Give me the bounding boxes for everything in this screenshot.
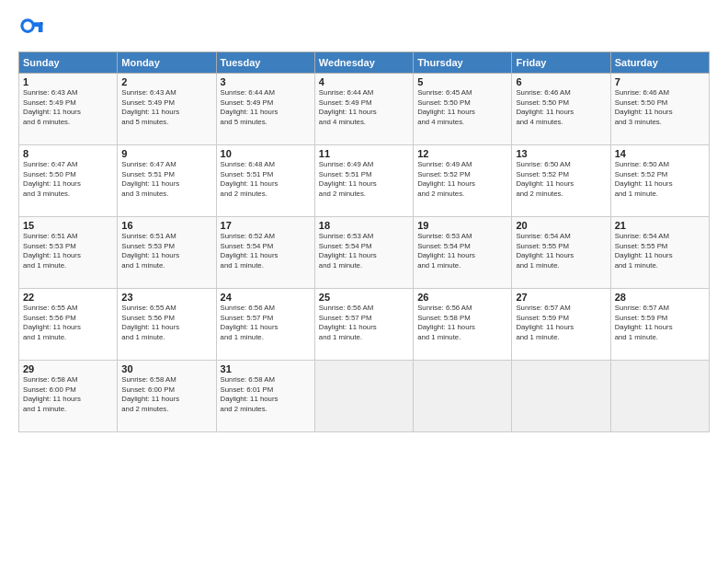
day-number: 30 [121,363,211,374]
day-number: 11 [319,148,409,159]
day-number: 10 [221,148,311,159]
day-number: 21 [615,220,705,231]
calendar-header-sunday: Sunday [19,52,118,74]
day-info: Sunrise: 6:46 AM Sunset: 5:50 PM Dayligh… [516,88,606,127]
logo-icon [18,17,44,42]
calendar-cell: 23Sunrise: 6:55 AM Sunset: 5:56 PM Dayli… [118,289,216,361]
calendar-header-thursday: Thursday [414,52,512,74]
day-number: 26 [417,292,507,303]
day-number: 15 [23,220,113,231]
day-info: Sunrise: 6:55 AM Sunset: 5:56 PM Dayligh… [23,304,113,342]
day-number: 28 [615,292,705,303]
day-number: 29 [23,363,113,374]
day-number: 18 [319,220,409,231]
day-number: 14 [615,148,705,159]
calendar-week-row: 29Sunrise: 6:58 AM Sunset: 6:00 PM Dayli… [19,361,710,432]
calendar-cell: 27Sunrise: 6:57 AM Sunset: 5:59 PM Dayli… [512,289,610,361]
calendar-cell: 21Sunrise: 6:54 AM Sunset: 5:55 PM Dayli… [610,217,709,289]
calendar-header-saturday: Saturday [610,52,709,74]
header [18,17,710,42]
calendar-cell: 20Sunrise: 6:54 AM Sunset: 5:55 PM Dayli… [512,217,610,289]
calendar-cell: 15Sunrise: 6:51 AM Sunset: 5:53 PM Dayli… [19,217,118,289]
calendar-cell: 16Sunrise: 6:51 AM Sunset: 5:53 PM Dayli… [118,217,216,289]
day-info: Sunrise: 6:51 AM Sunset: 5:53 PM Dayligh… [23,232,113,270]
day-number: 17 [221,220,311,231]
calendar-header-friday: Friday [512,52,610,74]
calendar-cell: 13Sunrise: 6:50 AM Sunset: 5:52 PM Dayli… [512,145,610,217]
day-number: 4 [319,76,409,87]
day-info: Sunrise: 6:57 AM Sunset: 5:59 PM Dayligh… [516,304,606,342]
day-info: Sunrise: 6:48 AM Sunset: 5:51 PM Dayligh… [221,160,311,199]
calendar-week-row: 1Sunrise: 6:43 AM Sunset: 5:49 PM Daylig… [19,74,710,145]
calendar-cell: 1Sunrise: 6:43 AM Sunset: 5:49 PM Daylig… [19,74,118,145]
calendar-cell: 11Sunrise: 6:49 AM Sunset: 5:51 PM Dayli… [314,145,413,217]
calendar-cell: 28Sunrise: 6:57 AM Sunset: 5:59 PM Dayli… [610,289,709,361]
calendar-cell: 8Sunrise: 6:47 AM Sunset: 5:50 PM Daylig… [19,145,118,217]
calendar-cell: 4Sunrise: 6:44 AM Sunset: 5:49 PM Daylig… [314,74,413,145]
day-number: 13 [516,148,606,159]
calendar-cell: 25Sunrise: 6:56 AM Sunset: 5:57 PM Dayli… [314,289,413,361]
calendar-header-row: SundayMondayTuesdayWednesdayThursdayFrid… [19,52,710,74]
calendar-cell: 12Sunrise: 6:49 AM Sunset: 5:52 PM Dayli… [414,145,512,217]
day-info: Sunrise: 6:44 AM Sunset: 5:49 PM Dayligh… [319,88,409,127]
day-info: Sunrise: 6:43 AM Sunset: 5:49 PM Dayligh… [121,88,211,127]
day-info: Sunrise: 6:43 AM Sunset: 5:49 PM Dayligh… [23,88,113,127]
calendar-header-monday: Monday [118,52,216,74]
day-info: Sunrise: 6:47 AM Sunset: 5:50 PM Dayligh… [23,160,113,199]
day-number: 7 [615,76,705,87]
calendar-cell: 7Sunrise: 6:46 AM Sunset: 5:50 PM Daylig… [610,74,709,145]
svg-point-1 [23,21,31,29]
calendar-cell: 22Sunrise: 6:55 AM Sunset: 5:56 PM Dayli… [19,289,118,361]
day-info: Sunrise: 6:58 AM Sunset: 6:00 PM Dayligh… [121,375,211,414]
calendar-cell [314,361,413,432]
day-number: 27 [516,292,606,303]
day-info: Sunrise: 6:53 AM Sunset: 5:54 PM Dayligh… [417,232,507,270]
day-number: 22 [23,292,113,303]
calendar-cell: 18Sunrise: 6:53 AM Sunset: 5:54 PM Dayli… [314,217,413,289]
calendar-cell: 17Sunrise: 6:52 AM Sunset: 5:54 PM Dayli… [216,217,314,289]
day-info: Sunrise: 6:54 AM Sunset: 5:55 PM Dayligh… [615,232,705,270]
day-number: 25 [319,292,409,303]
day-number: 23 [121,292,211,303]
calendar-cell [512,361,610,432]
day-number: 6 [516,76,606,87]
day-info: Sunrise: 6:56 AM Sunset: 5:57 PM Dayligh… [319,304,409,342]
day-info: Sunrise: 6:49 AM Sunset: 5:52 PM Dayligh… [417,160,507,199]
day-number: 8 [23,148,113,159]
day-info: Sunrise: 6:57 AM Sunset: 5:59 PM Dayligh… [615,304,705,342]
calendar-cell: 31Sunrise: 6:58 AM Sunset: 6:01 PM Dayli… [216,361,314,432]
calendar-cell: 29Sunrise: 6:58 AM Sunset: 6:00 PM Dayli… [19,361,118,432]
day-info: Sunrise: 6:53 AM Sunset: 5:54 PM Dayligh… [319,232,409,270]
calendar-cell [610,361,709,432]
calendar-cell: 24Sunrise: 6:56 AM Sunset: 5:57 PM Dayli… [216,289,314,361]
day-info: Sunrise: 6:44 AM Sunset: 5:49 PM Dayligh… [221,88,311,127]
calendar-body: 1Sunrise: 6:43 AM Sunset: 5:49 PM Daylig… [19,74,710,432]
day-info: Sunrise: 6:45 AM Sunset: 5:50 PM Dayligh… [417,88,507,127]
day-info: Sunrise: 6:47 AM Sunset: 5:51 PM Dayligh… [121,160,211,199]
day-number: 19 [417,220,507,231]
day-info: Sunrise: 6:52 AM Sunset: 5:54 PM Dayligh… [221,232,311,270]
calendar-cell: 9Sunrise: 6:47 AM Sunset: 5:51 PM Daylig… [118,145,216,217]
day-info: Sunrise: 6:56 AM Sunset: 5:57 PM Dayligh… [221,304,311,342]
day-number: 16 [121,220,211,231]
day-info: Sunrise: 6:51 AM Sunset: 5:53 PM Dayligh… [121,232,211,270]
calendar-week-row: 8Sunrise: 6:47 AM Sunset: 5:50 PM Daylig… [19,145,710,217]
day-number: 5 [417,76,507,87]
calendar-cell: 6Sunrise: 6:46 AM Sunset: 5:50 PM Daylig… [512,74,610,145]
day-info: Sunrise: 6:56 AM Sunset: 5:58 PM Dayligh… [417,304,507,342]
day-info: Sunrise: 6:58 AM Sunset: 6:01 PM Dayligh… [221,375,311,414]
day-number: 3 [221,76,311,87]
calendar-table: SundayMondayTuesdayWednesdayThursdayFrid… [18,52,710,432]
calendar-header-wednesday: Wednesday [314,52,413,74]
day-number: 12 [417,148,507,159]
calendar-cell: 2Sunrise: 6:43 AM Sunset: 5:49 PM Daylig… [118,74,216,145]
calendar-cell: 19Sunrise: 6:53 AM Sunset: 5:54 PM Dayli… [414,217,512,289]
calendar-cell: 30Sunrise: 6:58 AM Sunset: 6:00 PM Dayli… [118,361,216,432]
page: SundayMondayTuesdayWednesdayThursdayFrid… [0,0,728,563]
day-info: Sunrise: 6:54 AM Sunset: 5:55 PM Dayligh… [516,232,606,270]
day-info: Sunrise: 6:50 AM Sunset: 5:52 PM Dayligh… [516,160,606,199]
day-number: 1 [23,76,113,87]
day-number: 20 [516,220,606,231]
calendar-cell: 3Sunrise: 6:44 AM Sunset: 5:49 PM Daylig… [216,74,314,145]
day-number: 24 [221,292,311,303]
